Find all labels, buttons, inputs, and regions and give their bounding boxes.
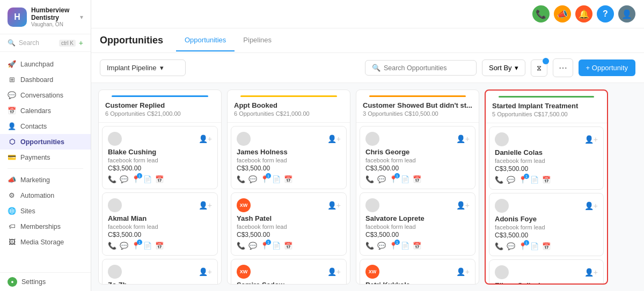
chat-action-icon[interactable]: 💬: [377, 175, 386, 183]
sidebar-item-conversations[interactable]: 💬 Conversations: [0, 87, 91, 103]
calendar-action-icon[interactable]: 📅: [542, 176, 551, 184]
bell-icon-button[interactable]: 🔔: [575, 5, 592, 23]
pin-action-icon[interactable]: 📍 1: [518, 242, 527, 250]
table-row[interactable]: 👤+ Zo Zh facebook form lead C$3,500.00 📞…: [102, 259, 218, 284]
calendar-action-icon[interactable]: 📅: [155, 242, 164, 250]
doc-action-icon[interactable]: 📄: [272, 175, 281, 183]
col-title: Started Implant Treatment: [492, 102, 601, 110]
chat-action-icon[interactable]: 💬: [507, 242, 515, 250]
calendar-action-icon[interactable]: 📅: [155, 175, 164, 183]
table-row[interactable]: 👤+ Danielle Colas facebook form lead C$3…: [489, 126, 604, 190]
card-add-person-icon[interactable]: 👤+: [327, 201, 341, 210]
tab-pipelines[interactable]: Pipelines: [235, 29, 280, 51]
sidebar-item-calendars[interactable]: 📅 Calendars: [0, 103, 91, 118]
card-add-person-icon[interactable]: 👤+: [584, 135, 598, 144]
chat-action-icon[interactable]: 💬: [507, 176, 515, 184]
sidebar-settings[interactable]: ● Settings: [0, 272, 91, 291]
card-add-person-icon[interactable]: 👤+: [584, 202, 598, 210]
sidebar-item-contacts[interactable]: 👤 Contacts: [0, 118, 91, 134]
table-row[interactable]: 👤+ Chris George facebook form lead C$3,5…: [360, 126, 475, 189]
table-row[interactable]: XW 👤+ Petri Kukkola funnel form C$500.00…: [360, 259, 475, 284]
org-chevron-icon[interactable]: ▾: [80, 13, 83, 21]
card-add-person-icon[interactable]: 👤+: [456, 135, 470, 143]
pipeline-label: Implant Pipeline: [107, 64, 157, 72]
doc-action-icon[interactable]: 📄: [272, 242, 281, 250]
phone-action-icon[interactable]: 📞: [237, 242, 245, 250]
help-icon-button[interactable]: ?: [597, 5, 614, 23]
table-row[interactable]: 👤+ Blake Cushing facebook form lead C$3,…: [102, 126, 218, 189]
table-row[interactable]: 👤+ Adonis Foye facebook form lead C$3,50…: [489, 193, 604, 256]
doc-action-icon[interactable]: 📄: [143, 175, 152, 183]
filter-button[interactable]: ⧖: [531, 59, 547, 77]
sidebar-item-sites[interactable]: 🌐 Sites: [0, 203, 91, 219]
phone-action-icon[interactable]: 📞: [108, 175, 116, 183]
card-add-person-icon[interactable]: 👤+: [199, 201, 212, 210]
calendar-action-icon[interactable]: 📅: [413, 242, 421, 250]
doc-action-icon[interactable]: 📄: [401, 242, 409, 250]
calendar-action-icon[interactable]: 📅: [413, 175, 421, 183]
sidebar-item-memberships[interactable]: 🏷 Memberships: [0, 219, 91, 234]
card-add-person-icon[interactable]: 👤+: [584, 268, 598, 277]
table-row[interactable]: 👤+ James Holness facebook form lead C$3,…: [231, 126, 347, 189]
chat-action-icon[interactable]: 💬: [120, 175, 128, 183]
phone-action-icon[interactable]: 📞: [108, 242, 116, 250]
sidebar-item-automation[interactable]: ⚙ Automation: [0, 188, 91, 203]
pin-action-icon[interactable]: 📍 1: [260, 175, 269, 183]
search-box[interactable]: 🔍: [365, 60, 477, 76]
chat-action-icon[interactable]: 💬: [248, 242, 257, 250]
chat-action-icon[interactable]: 💬: [248, 175, 257, 183]
avatar: XW: [237, 198, 251, 212]
table-row[interactable]: XW 👤+ Yash Patel facebook form lead C$3,…: [231, 192, 347, 256]
phone-action-icon[interactable]: 📞: [495, 176, 503, 184]
calendar-action-icon[interactable]: 📅: [542, 242, 551, 250]
card-add-person-icon[interactable]: 👤+: [456, 201, 470, 210]
phone-icon-button[interactable]: 📞: [532, 5, 550, 23]
card-add-person-icon[interactable]: 👤+: [327, 135, 341, 143]
pin-action-icon[interactable]: 📍 1: [389, 175, 398, 183]
doc-action-icon[interactable]: 📄: [143, 242, 152, 250]
table-row[interactable]: 👤+ Akmal Mian facebook form lead C$3,500…: [102, 192, 218, 256]
doc-action-icon[interactable]: 📄: [530, 176, 539, 184]
sidebar-item-marketing[interactable]: 📣 Marketing: [0, 172, 91, 188]
card-add-person-icon[interactable]: 👤+: [199, 267, 212, 276]
user-icon-button[interactable]: 👤: [618, 5, 635, 23]
more-options-button[interactable]: ⋯: [553, 58, 573, 77]
pin-action-icon[interactable]: 📍 1: [389, 242, 398, 250]
phone-action-icon[interactable]: 📞: [237, 175, 245, 183]
add-opportunity-button[interactable]: + Opportunity: [579, 59, 635, 76]
calendar-action-icon[interactable]: 📅: [284, 175, 292, 183]
table-row[interactable]: XW 👤+ Samira Sadow facebook form lead C$…: [231, 259, 347, 284]
sidebar-search-bar[interactable]: 🔍 Search ctrl K +: [0, 34, 91, 52]
pin-action-icon[interactable]: 📍 1: [131, 175, 140, 183]
card-name: James Holness: [237, 148, 341, 156]
search-input[interactable]: [384, 64, 470, 72]
tab-opportunities[interactable]: Opportunities: [176, 29, 235, 51]
pin-action-icon[interactable]: 📍 1: [518, 176, 527, 184]
chat-action-icon[interactable]: 💬: [120, 242, 128, 250]
sidebar-item-media[interactable]: 🖼 Media Storage: [0, 234, 91, 250]
search-add-icon[interactable]: +: [79, 39, 83, 47]
pin-action-icon[interactable]: 📍 1: [260, 242, 269, 250]
sidebar-item-dashboard[interactable]: ⊞ Dashboard: [0, 72, 91, 87]
sidebar-item-payments[interactable]: 💳 Payments: [0, 150, 91, 165]
sort-button[interactable]: Sort By ▾: [482, 59, 525, 76]
sidebar-item-launchpad[interactable]: 🚀 Launchpad: [0, 56, 91, 72]
chat-action-icon[interactable]: 💬: [377, 242, 386, 250]
sidebar-item-opportunities[interactable]: ⬡ Opportunities: [0, 134, 91, 150]
table-row[interactable]: 👤+ Eileen Gallacher facebook form lead C…: [489, 259, 604, 283]
calendar-action-icon[interactable]: 📅: [284, 242, 292, 250]
phone-action-icon[interactable]: 📞: [495, 242, 503, 250]
pipeline-dropdown[interactable]: Implant Pipeline ▾: [100, 59, 186, 76]
card-add-person-icon[interactable]: 👤+: [456, 267, 470, 276]
phone-action-icon[interactable]: 📞: [365, 175, 374, 183]
megaphone-icon-button[interactable]: 📣: [554, 5, 571, 23]
avatar: XW: [237, 265, 251, 279]
phone-action-icon[interactable]: 📞: [365, 242, 374, 250]
card-add-person-icon[interactable]: 👤+: [327, 267, 341, 276]
doc-action-icon[interactable]: 📄: [530, 242, 539, 250]
card-add-person-icon[interactable]: 👤+: [199, 135, 212, 143]
table-row[interactable]: 👤+ Salvatore Loprete facebook form lead …: [360, 192, 475, 256]
doc-action-icon[interactable]: 📄: [401, 175, 409, 183]
card-name: Adonis Foye: [495, 215, 598, 223]
pin-action-icon[interactable]: 📍 1: [131, 242, 140, 250]
